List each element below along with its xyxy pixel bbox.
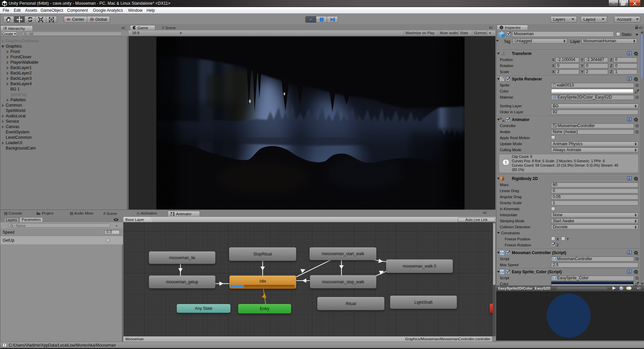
svg-text:?: ? (628, 177, 630, 180)
svg-text:?: ? (628, 271, 630, 274)
svg-text:C#: C# (553, 258, 556, 260)
svg-text:C#: C# (500, 251, 504, 255)
svg-text:C#: C# (500, 271, 504, 274)
svg-text:?: ? (628, 251, 630, 254)
svg-text:?: ? (628, 52, 630, 55)
svg-text:C#: C# (553, 277, 556, 279)
svg-text:?: ? (628, 118, 630, 121)
svg-text:!: ! (505, 160, 506, 165)
svg-text:?: ? (628, 78, 630, 81)
